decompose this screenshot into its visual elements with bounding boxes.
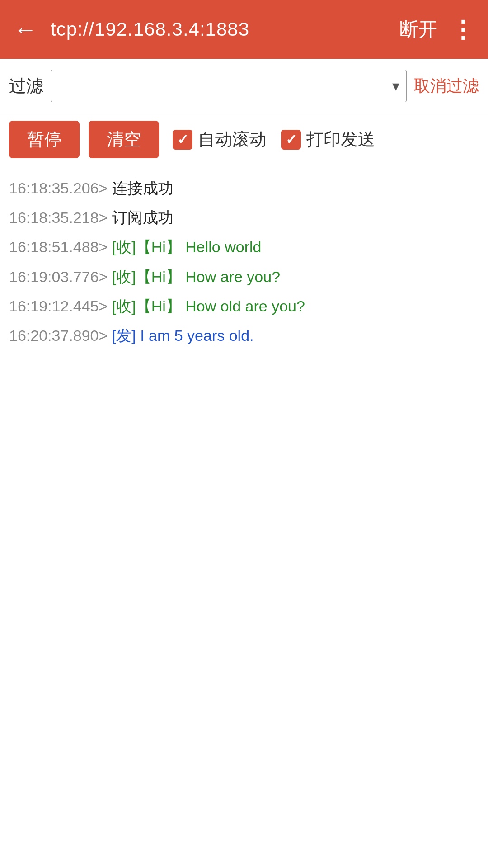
log-text: Hello world: [185, 238, 261, 255]
log-time: 16:18:51.488>: [9, 238, 112, 255]
log-text: How are you?: [185, 268, 280, 285]
header-left: ← tcp://192.168.3.4:1883: [14, 18, 249, 41]
log-prefix: [收]【Hi】: [112, 238, 185, 255]
log-time: 16:18:35.206>: [9, 179, 112, 197]
auto-scroll-checkbox[interactable]: ✓: [173, 130, 192, 150]
log-text: I am 5 years old.: [140, 327, 253, 344]
log-text: 订阅成功: [112, 209, 174, 226]
cancel-filter-button[interactable]: 取消过滤: [414, 75, 479, 97]
auto-scroll-label: 自动滚动: [198, 128, 267, 151]
log-entry: 16:18:35.206> 连接成功: [9, 175, 479, 202]
log-time: 16:18:35.218>: [9, 209, 112, 226]
checkmark-icon-2: ✓: [286, 133, 297, 146]
log-prefix: [收]【Hi】: [112, 268, 185, 285]
more-options-button[interactable]: ⋮: [451, 16, 474, 43]
log-prefix: [发]: [112, 327, 140, 344]
log-time: 16:20:37.890>: [9, 327, 112, 344]
print-send-checkbox[interactable]: ✓: [281, 130, 301, 150]
log-entry: 16:19:03.776> [收]【Hi】 How are you?: [9, 263, 479, 291]
app-header: ← tcp://192.168.3.4:1883 断开 ⋮: [0, 0, 488, 59]
log-entry: 16:18:35.218> 订阅成功: [9, 204, 479, 231]
disconnect-button[interactable]: 断开: [399, 17, 437, 42]
header-right: 断开 ⋮: [399, 16, 474, 43]
print-send-checkbox-item[interactable]: ✓ 打印发送: [281, 128, 375, 151]
checkbox-group: ✓ 自动滚动 ✓ 打印发送: [173, 128, 375, 151]
filter-bar: 过滤 ▾ 取消过滤: [0, 59, 488, 113]
log-text: 连接成功: [112, 179, 174, 197]
log-text: How old are you?: [185, 297, 305, 315]
filter-label: 过滤: [9, 75, 43, 98]
filter-select-wrapper: ▾: [51, 70, 407, 102]
back-button[interactable]: ←: [14, 18, 37, 41]
header-title: tcp://192.168.3.4:1883: [51, 19, 249, 40]
log-time: 16:19:03.776>: [9, 268, 112, 285]
controls-bar: 暂停 清空 ✓ 自动滚动 ✓ 打印发送: [0, 113, 488, 165]
log-time: 16:19:12.445>: [9, 297, 112, 315]
checkmark-icon: ✓: [177, 133, 188, 146]
clear-button[interactable]: 清空: [89, 121, 159, 158]
log-entry: 16:18:51.488> [收]【Hi】 Hello world: [9, 233, 479, 261]
log-entry: 16:20:37.890> [发] I am 5 years old.: [9, 322, 479, 349]
log-entry: 16:19:12.445> [收]【Hi】 How old are you?: [9, 292, 479, 320]
filter-select[interactable]: [51, 70, 407, 102]
log-prefix: [收]【Hi】: [112, 297, 185, 315]
print-send-label: 打印发送: [306, 128, 375, 151]
auto-scroll-checkbox-item[interactable]: ✓ 自动滚动: [173, 128, 267, 151]
pause-button[interactable]: 暂停: [9, 121, 80, 158]
message-log: 16:18:35.206> 连接成功16:18:35.218> 订阅成功16:1…: [0, 165, 488, 360]
